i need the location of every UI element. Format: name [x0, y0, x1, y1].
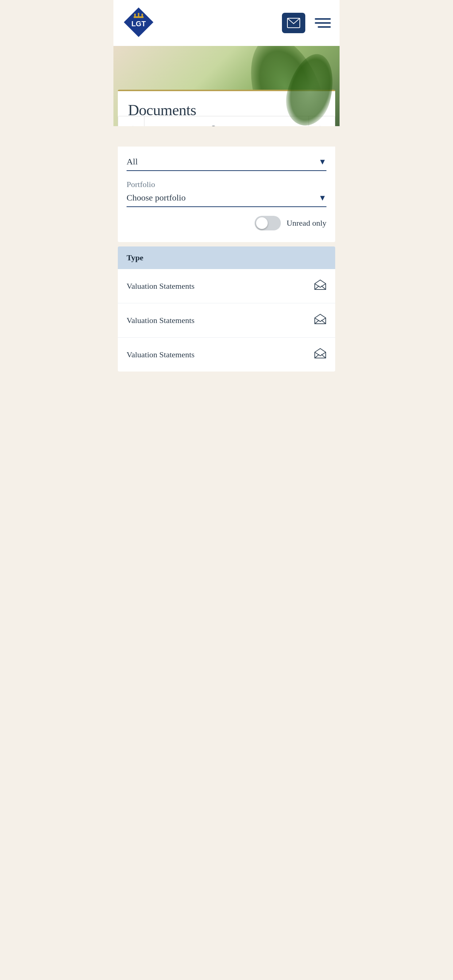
svg-line-15 — [321, 355, 326, 358]
header-actions — [282, 13, 331, 33]
row-label: Valuation Statements — [126, 282, 195, 291]
menu-line-3 — [318, 26, 331, 28]
mail-open-icon — [314, 313, 327, 327]
type-filter-group: All ▼ — [126, 157, 327, 171]
portfolio-chevron-icon: ▼ — [318, 193, 327, 203]
filters-panel: All ▼ Portfolio Choose portfolio ▼ Unrea… — [118, 146, 335, 242]
portfolio-label: Portfolio — [126, 180, 327, 189]
logo: LGT — [122, 6, 155, 40]
unread-label: Unread only — [287, 218, 327, 228]
hero-spacer — [113, 126, 340, 146]
period-next-button[interactable]: > — [309, 116, 335, 126]
toggle-track — [255, 216, 281, 231]
unread-toggle-row: Unread only — [126, 216, 327, 231]
toggle-thumb — [256, 217, 268, 229]
row-label: Valuation Statements — [126, 350, 195, 360]
row-label: Valuation Statements — [126, 316, 195, 325]
portfolio-dropdown[interactable]: Choose portfolio ▼ — [126, 193, 327, 207]
table-row[interactable]: Valuation Statements — [118, 303, 335, 337]
svg-point-7 — [138, 13, 140, 14]
period-prev-button[interactable]: < — [118, 116, 144, 126]
svg-line-12 — [315, 320, 319, 324]
hero-banner: Documents < One year > — [113, 46, 340, 126]
svg-line-13 — [321, 320, 326, 324]
unread-toggle[interactable] — [255, 216, 281, 231]
documents-table: Type Valuation Statements Valuation Stat… — [118, 247, 335, 372]
svg-line-10 — [315, 286, 319, 290]
period-label: One year — [144, 116, 309, 126]
table-row[interactable]: Valuation Statements — [118, 337, 335, 372]
svg-line-11 — [321, 286, 326, 290]
portfolio-filter-group: Portfolio Choose portfolio ▼ — [126, 180, 327, 207]
svg-text:LGT: LGT — [131, 20, 146, 28]
table-header: Type — [118, 247, 335, 269]
svg-line-14 — [315, 355, 319, 358]
mail-button[interactable] — [282, 13, 305, 33]
type-chevron-icon: ▼ — [318, 157, 327, 167]
table-row[interactable]: Valuation Statements — [118, 269, 335, 303]
svg-point-8 — [142, 13, 144, 15]
menu-line-2 — [315, 22, 331, 24]
app-header: LGT — [113, 0, 340, 46]
mail-open-icon — [314, 348, 327, 361]
menu-button[interactable] — [310, 13, 331, 33]
portfolio-selected-value: Choose portfolio — [126, 193, 186, 203]
svg-point-6 — [134, 13, 136, 15]
type-dropdown[interactable]: All ▼ — [126, 157, 327, 171]
period-selector: < One year > — [118, 116, 335, 126]
menu-line-1 — [315, 18, 331, 20]
table-header-type: Type — [126, 253, 144, 262]
type-selected-value: All — [126, 157, 138, 167]
mail-open-icon — [314, 279, 327, 293]
